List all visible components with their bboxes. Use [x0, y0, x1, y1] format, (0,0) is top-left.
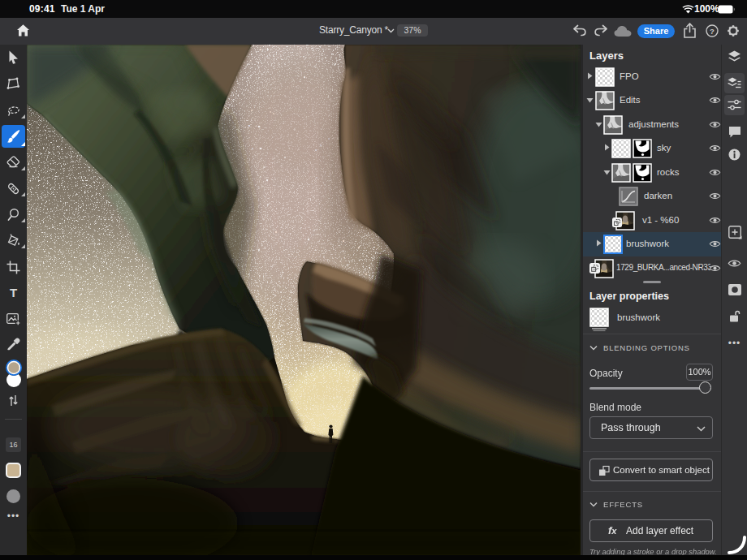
svg-text:?: ? [710, 27, 715, 36]
